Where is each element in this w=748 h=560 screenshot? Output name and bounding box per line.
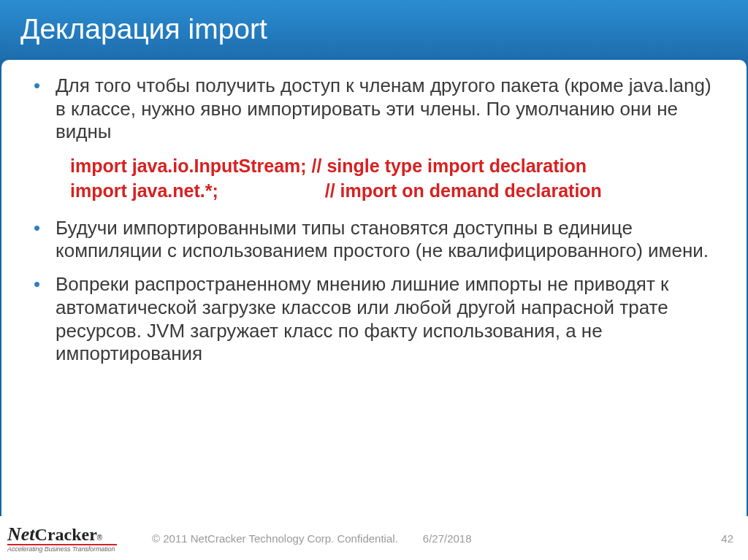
bullet-item: Для того чтобы получить доступ к членам … xyxy=(23,74,725,144)
bullet-list: Для того чтобы получить доступ к членам … xyxy=(23,74,725,144)
logo-net-text: Net xyxy=(7,523,35,545)
date-text: 6/27/2018 xyxy=(423,532,472,545)
logo-registered-icon: ® xyxy=(97,534,102,542)
copyright-text: © 2011 NetCracker Technology Corp. Confi… xyxy=(152,532,398,545)
code-example: import java.io.InputStream; // single ty… xyxy=(70,154,725,204)
footer: NetCracker® Accelerating Business Transf… xyxy=(0,516,748,560)
slide-title: Декларация import xyxy=(0,0,748,58)
slide: Декларация import Для того чтобы получит… xyxy=(0,0,748,560)
logo: NetCracker® Accelerating Business Transf… xyxy=(7,523,117,553)
bullet-item: Будучи импортированными типы становятся … xyxy=(23,217,725,263)
bullet-list: Будучи импортированными типы становятся … xyxy=(23,217,725,366)
content-card: Для того чтобы получить доступ к членам … xyxy=(1,60,747,516)
page-number: 42 xyxy=(721,532,733,545)
logo-main: NetCracker® xyxy=(7,523,102,545)
bullet-item: Вопреки распространенному мнению лишние … xyxy=(23,273,725,366)
logo-tagline: Accelerating Business Transformation xyxy=(7,545,115,553)
logo-cracker-text: Cracker xyxy=(35,525,97,545)
